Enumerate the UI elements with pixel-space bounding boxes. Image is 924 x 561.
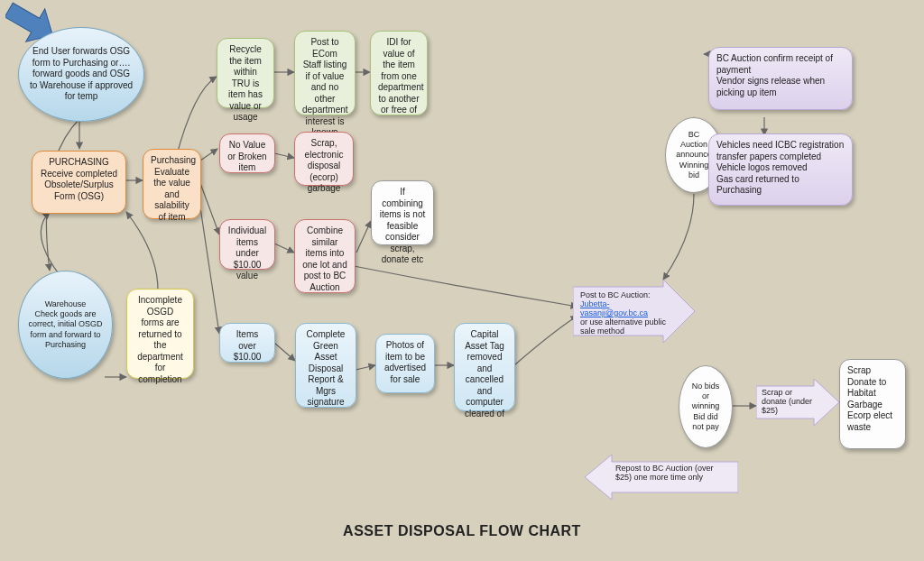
- node-purchasing-receive: PURCHASING Receive completed Obsolete/Su…: [32, 151, 126, 214]
- auction-email-link[interactable]: Jubetta-vasanji@gov.bc.ca: [580, 299, 648, 317]
- text: No bids or winning Bid did not pay: [688, 382, 723, 432]
- node-green-report: Complete Green Asset Disposal Report & M…: [295, 323, 356, 408]
- node-end-options: Scrap Donate to Habitat Garbage Ecorp el…: [839, 359, 906, 449]
- text-post: or use alternative public sale method: [580, 317, 666, 336]
- text: IDI for value of the item from one depar…: [378, 37, 424, 115]
- text: Purchasing Evaluate the value and salabi…: [151, 155, 196, 222]
- text: Repost to BC Auction (over $25) one more…: [615, 464, 714, 482]
- text: If combining items is not feasible consi…: [380, 187, 426, 264]
- node-under-10: Individual items under $10.00 value: [219, 219, 275, 270]
- node-purchasing-evaluate: Purchasing Evaluate the value and salabi…: [143, 149, 201, 219]
- node-incomplete-forms: Incomplete OSGD forms are returned to th…: [126, 289, 194, 379]
- node-post-bc-auction: Post to BC Auction: Jubetta-vasanji@gov.…: [573, 280, 695, 343]
- text: Scrap Donate to Habitat Garbage Ecorp el…: [847, 365, 892, 432]
- text: Capital Asset Tag removed and cancelled …: [465, 329, 504, 418]
- node-post-ecom: Post to ECom Staff listing if of value a…: [294, 31, 356, 115]
- text: Recycle the item within TRU is item has …: [228, 44, 263, 122]
- node-warehouse: Warehouse Check goods are correct, initi…: [18, 271, 113, 379]
- text: Individual items under $10.00 value: [228, 225, 266, 280]
- node-end-user: End User forwards OSG form to Purchasing…: [18, 27, 144, 122]
- text: No Value or Broken item: [227, 140, 266, 172]
- chart-title: ASSET DISPOSAL FLOW CHART: [0, 523, 924, 539]
- text: Scrap, electronic disposal (ecorp) garba…: [305, 138, 344, 193]
- node-combine-not-feasible: If combining items is not feasible consi…: [371, 180, 434, 245]
- text-pre: Post to BC Auction:: [580, 290, 651, 299]
- node-combine: Combine similar items into one lot and p…: [294, 219, 356, 293]
- text: End User forwards OSG form to Purchasing…: [28, 46, 134, 103]
- node-recycle: Recycle the item within TRU is item has …: [217, 38, 274, 108]
- node-repost: Repost to BC Auction (over $25) one more…: [585, 455, 738, 500]
- node-scrap-ecorp: Scrap, electronic disposal (ecorp) garba…: [294, 132, 354, 186]
- text: PURCHASING Receive completed Obsolete/Su…: [41, 157, 117, 201]
- node-capital-tag: Capital Asset Tag removed and cancelled …: [454, 323, 515, 411]
- node-photos: Photos of item to be advertised for sale: [375, 334, 435, 393]
- text: Scrap or donate (under $25): [762, 388, 812, 415]
- node-scrap-donate: Scrap or donate (under $25): [756, 379, 839, 426]
- text: Warehouse Check goods are correct, initi…: [28, 299, 103, 350]
- node-no-bids: No bids or winning Bid did not pay: [679, 365, 733, 448]
- node-no-value: No Value or Broken item: [219, 133, 275, 173]
- text: BC Auction confirm receipt of payment Ve…: [716, 53, 833, 97]
- text: Post to ECom Staff listing if of value a…: [302, 37, 348, 137]
- node-over-10: Items over $10.00: [219, 323, 275, 363]
- node-confirm-payment: BC Auction confirm receipt of payment Ve…: [708, 47, 853, 110]
- node-vehicles: Vehicles need ICBC registration transfer…: [708, 133, 853, 206]
- text: BC Auction announce Winning bid: [675, 130, 713, 180]
- text: Complete Green Asset Disposal Report & M…: [307, 329, 346, 407]
- text: Items over $10.00: [234, 329, 262, 362]
- text: Combine similar items into one lot and p…: [302, 225, 347, 292]
- text: Vehicles need ICBC registration transfer…: [716, 140, 844, 195]
- text: Incomplete OSGD forms are returned to th…: [137, 295, 183, 384]
- text: Photos of item to be advertised for sale: [384, 340, 426, 384]
- node-idi: IDI for value of the item from one depar…: [370, 31, 428, 115]
